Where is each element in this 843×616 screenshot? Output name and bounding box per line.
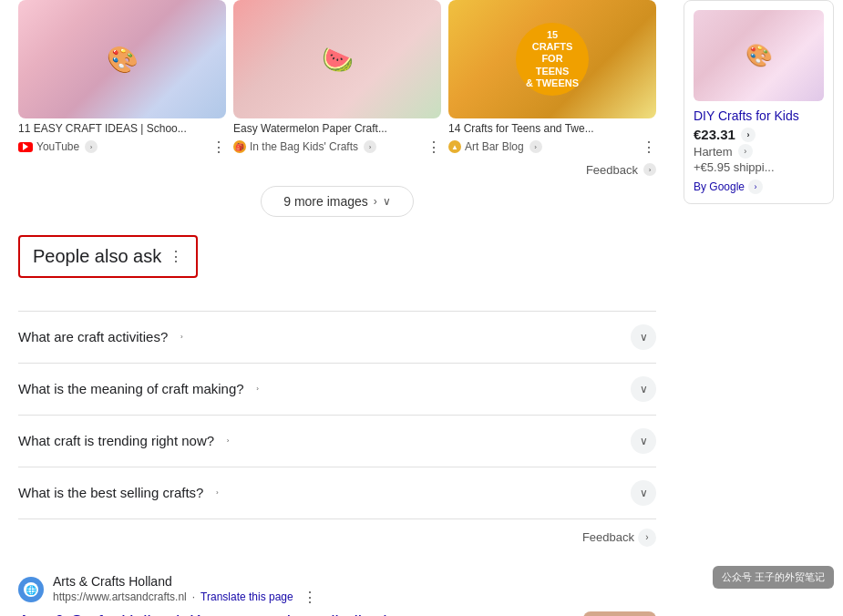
images-row: 🎨 11 EASY CRAFT IDEAS | Schoo... YouTube… xyxy=(18,0,656,156)
source-dots-1[interactable]: ⋮ xyxy=(211,139,226,156)
source-more-btn-3[interactable]: › xyxy=(529,140,542,153)
feedback-faq-chevron[interactable]: › xyxy=(638,529,656,547)
faq-question-4-text: What is the best selling crafts? xyxy=(18,485,203,500)
image-source-2: 🎒 In the Bag Kids' Crafts › ⋮ xyxy=(233,139,441,156)
result-title[interactable]: Arts & Crafts Holland: Kunstenaarsbenodi… xyxy=(18,611,569,616)
product-title[interactable]: DIY Crafts for Kids xyxy=(694,108,824,123)
people-also-ask-title: People also ask ⋮ xyxy=(33,246,183,267)
faq-question-1: What are craft activities? › xyxy=(18,329,188,344)
faq-expand-4[interactable]: ∨ xyxy=(631,480,656,506)
artbar-icon-3: ▲ xyxy=(448,140,461,153)
image-thumb-1[interactable]: 🎨 xyxy=(18,0,226,118)
globe-icon: 🌐 xyxy=(26,585,36,595)
paa-menu-dots[interactable]: ⋮ xyxy=(169,248,183,265)
feedback-faq-row: Feedback › xyxy=(18,519,656,565)
result-site-name: Arts & Crafts Holland xyxy=(53,574,317,589)
favicon-inner: 🌐 xyxy=(24,582,38,597)
faq-question-4: What is the best selling crafts? › xyxy=(18,485,223,500)
product-price: €23.31 › xyxy=(694,127,824,142)
source-name-2: In the Bag Kids' Crafts xyxy=(250,140,358,153)
image-card-1: 🎨 11 EASY CRAFT IDEAS | Schoo... YouTube… xyxy=(18,0,226,156)
result-thumbnail: 🏪 xyxy=(583,611,656,616)
faq-question-1-text: What are craft activities? xyxy=(18,329,168,344)
feedback-images-chevron[interactable]: › xyxy=(643,163,656,176)
faq-q1-chevron: › xyxy=(175,331,188,344)
image-source-1: YouTube › ⋮ xyxy=(18,139,226,156)
product-shipping: +€5.95 shippi... xyxy=(694,160,824,174)
more-images-button[interactable]: 9 more images › ∨ xyxy=(261,186,414,217)
faq-q2-chevron: › xyxy=(252,383,264,395)
image-label-3: 14 Crafts for Teens and Twe... xyxy=(448,122,656,137)
faq-item-4[interactable]: What is the best selling crafts? › ∨ xyxy=(18,467,656,519)
result-site-info: Arts & Crafts Holland https://www.artsan… xyxy=(53,574,317,606)
by-label: By Google xyxy=(694,180,745,193)
source-dots-2[interactable]: ⋮ xyxy=(427,139,441,156)
image-card-3: 15CRAFTSFORTEENS& TWEENS 14 Crafts for T… xyxy=(448,0,656,156)
faq-question-2-text: What is the meaning of craft making? xyxy=(18,381,244,396)
image-label-2: Easy Watermelon Paper Craft... xyxy=(233,122,441,137)
result-source-row: 🌐 Arts & Crafts Holland https://www.arts… xyxy=(18,574,656,606)
more-images-chevron: › xyxy=(374,195,377,208)
faq-question-2: What is the meaning of craft making? › xyxy=(18,381,264,396)
image-label-1: 11 EASY CRAFT IDEAS | Schoo... xyxy=(18,122,226,137)
faq-expand-2[interactable]: ∨ xyxy=(631,376,656,402)
translate-link[interactable]: Translate this page xyxy=(200,590,293,603)
location-chevron: › xyxy=(738,144,753,159)
youtube-icon xyxy=(18,142,33,152)
faq-question-3-text: What craft is trending right now? xyxy=(18,433,214,448)
by-chevron: › xyxy=(748,180,763,194)
more-images-down-chevron: ∨ xyxy=(383,195,391,208)
paa-title-text: People also ask xyxy=(33,246,161,267)
result-menu-dots[interactable]: ⋮ xyxy=(303,589,317,606)
more-images-label: 9 more images xyxy=(283,194,368,209)
search-result-1: 🌐 Arts & Crafts Holland https://www.arts… xyxy=(18,574,656,616)
right-panel: 🎨 DIY Crafts for Kids €23.31 › Hartem › … xyxy=(674,0,843,616)
product-card: 🎨 DIY Crafts for Kids €23.31 › Hartem › … xyxy=(684,0,834,204)
faq-q3-chevron: › xyxy=(221,435,234,447)
price-value: €23.31 xyxy=(694,127,735,142)
source-dots-3[interactable]: ⋮ xyxy=(642,139,656,156)
source-name-1: YouTube xyxy=(36,140,79,153)
feedback-images-label[interactable]: Feedback xyxy=(586,163,638,177)
location-value: Hartem xyxy=(694,145,733,159)
people-also-ask-box: People also ask ⋮ xyxy=(18,235,198,278)
result-content-row: Arts & Crafts Holland: Kunstenaarsbenodi… xyxy=(18,611,656,616)
faq-expand-3[interactable]: ∨ xyxy=(631,428,656,454)
url-separator: · xyxy=(192,590,195,603)
source-name-3: Art Bar Blog xyxy=(465,140,524,153)
feedback-images: Feedback › xyxy=(18,163,656,177)
faq-q4-chevron: › xyxy=(211,487,223,499)
faq-item-3[interactable]: What craft is trending right now? › ∨ xyxy=(18,416,656,467)
result-favicon: 🌐 xyxy=(18,577,44,602)
price-chevron: › xyxy=(741,128,756,142)
product-by[interactable]: By Google › xyxy=(694,180,824,194)
source-more-btn-2[interactable]: › xyxy=(364,140,376,153)
result-url: https://www.artsandcrafts.nl xyxy=(53,590,187,603)
faq-item-2[interactable]: What is the meaning of craft making? › ∨ xyxy=(18,364,656,416)
product-location: Hartem › xyxy=(694,144,824,159)
faq-list: What are craft activities? › ∨ What is t… xyxy=(18,311,656,519)
faq-question-3: What craft is trending right now? › xyxy=(18,433,234,448)
product-image[interactable]: 🎨 xyxy=(694,10,824,101)
faq-expand-1[interactable]: ∨ xyxy=(631,324,656,350)
image-source-3: ▲ Art Bar Blog › ⋮ xyxy=(448,139,656,156)
image-card-2: 🍉 Easy Watermelon Paper Craft... 🎒 In th… xyxy=(233,0,441,156)
source-more-btn-1[interactable]: › xyxy=(85,140,98,153)
generic-icon-2: 🎒 xyxy=(233,140,246,153)
result-url-row: https://www.artsandcrafts.nl · Translate… xyxy=(53,589,317,606)
faq-item-1[interactable]: What are craft activities? › ∨ xyxy=(18,312,656,364)
image-thumb-3[interactable]: 15CRAFTSFORTEENS& TWEENS xyxy=(448,0,656,118)
image-thumb-2[interactable]: 🍉 xyxy=(233,0,441,118)
more-images-container: 9 more images › ∨ xyxy=(18,186,656,217)
feedback-faq-label[interactable]: Feedback xyxy=(582,530,634,544)
